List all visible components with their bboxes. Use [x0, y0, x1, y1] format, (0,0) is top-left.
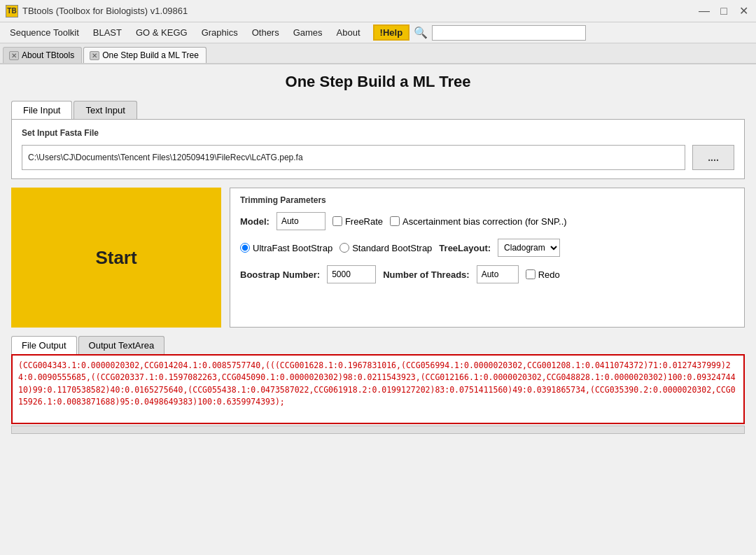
tab-close-ml[interactable]: ✕ — [90, 51, 99, 60]
menu-bar: Sequence Toolkit BLAST GO & KEGG Graphic… — [0, 22, 756, 43]
asc-group: Ascertainment bias correction (for SNP..… — [390, 216, 567, 227]
ultrafast-label: UltraFast BootStrap — [253, 243, 332, 253]
menu-others[interactable]: Others — [245, 24, 286, 41]
minimize-button[interactable]: — — [697, 4, 711, 18]
standard-group: Standard BootStrap — [340, 243, 432, 253]
tab-bar: ✕ About TBtools ✕ One Step Build a ML Tr… — [0, 43, 756, 64]
start-button-label: Start — [95, 247, 136, 269]
treelayout-label: TreeLayout: — [439, 243, 491, 253]
freerate-checkbox[interactable] — [332, 216, 342, 226]
menu-sequence-toolkit[interactable]: Sequence Toolkit — [3, 24, 86, 41]
file-input-row: .... — [22, 145, 734, 170]
treelayout-select[interactable]: Cladogram Phylogram — [498, 239, 560, 257]
file-input-title: Set Input Fasta File — [22, 128, 734, 138]
title-bar-left: TB TBtools (Toolbox for Biologists) v1.0… — [6, 5, 188, 17]
title-text: TBtools (Toolbox for Biologists) v1.0986… — [22, 6, 188, 16]
main-content: One Step Build a ML Tree File Input Text… — [0, 64, 756, 442]
file-path-input[interactable] — [22, 145, 685, 170]
model-input[interactable] — [276, 212, 326, 230]
asc-checkbox[interactable] — [390, 216, 400, 226]
tab-ml-tree[interactable]: ✕ One Step Build a ML Tree — [83, 47, 206, 63]
freerate-label: FreeRate — [345, 216, 383, 227]
close-button[interactable]: ✕ — [736, 4, 750, 18]
file-input-panel: Set Input Fasta File .... — [11, 119, 745, 179]
tab-about-tbtools[interactable]: ✕ About TBtools — [3, 47, 82, 63]
model-label: Model: — [240, 216, 270, 227]
menu-games[interactable]: Games — [286, 24, 330, 41]
standard-radio[interactable] — [340, 243, 349, 253]
param-row-numbers: Boostrap Number: Number of Threads: Redo — [240, 265, 734, 283]
asc-label: Ascertainment bias correction (for SNP..… — [402, 216, 567, 227]
redo-group: Redo — [526, 269, 560, 280]
standard-label: Standard BootStrap — [352, 243, 432, 253]
param-row-bootstrap: UltraFast BootStrap Standard BootStrap T… — [240, 239, 734, 257]
search-button[interactable]: 🔍 — [410, 24, 432, 41]
inner-tab-bar: File Input Text Input — [11, 101, 745, 119]
tab-close-about[interactable]: ✕ — [9, 51, 19, 60]
threads-input[interactable] — [477, 265, 519, 283]
app-icon: TB — [6, 5, 18, 17]
browse-button[interactable]: .... — [692, 145, 734, 170]
bootstrap-num-label: Boostrap Number: — [240, 269, 320, 280]
search-input[interactable] — [432, 25, 586, 41]
inner-tab-text-input[interactable]: Text Input — [74, 101, 136, 119]
output-tab-textarea[interactable]: Output TextArea — [78, 336, 165, 354]
output-area[interactable]: (CCG004343.1:0.0000020302,CCG014204.1:0.… — [11, 354, 745, 424]
threads-label: Number of Threads: — [383, 269, 470, 280]
bootstrap-num-input[interactable] — [327, 265, 376, 283]
menu-blast[interactable]: BLAST — [86, 24, 129, 41]
menu-go-kegg[interactable]: GO & KEGG — [129, 24, 195, 41]
redo-label: Redo — [538, 269, 560, 280]
freerate-group: FreeRate — [332, 216, 383, 227]
param-row-model: Model: FreeRate Ascertainment bias corre… — [240, 212, 734, 230]
title-bar: TB TBtools (Toolbox for Biologists) v1.0… — [0, 0, 756, 22]
start-button[interactable]: Start — [11, 188, 221, 328]
redo-checkbox[interactable] — [526, 269, 536, 279]
help-button[interactable]: !Help — [373, 24, 410, 41]
menu-about[interactable]: About — [330, 24, 368, 41]
tab-label-ml: One Step Build a ML Tree — [102, 50, 199, 60]
page-title: One Step Build a ML Tree — [11, 73, 745, 91]
ultrafast-group: UltraFast BootStrap — [240, 243, 332, 253]
inner-tab-file-input[interactable]: File Input — [11, 101, 72, 119]
trimming-params-panel: Trimming Parameters Model: FreeRate Asce… — [230, 188, 745, 328]
menu-graphics[interactable]: Graphics — [195, 24, 245, 41]
tab-label-about: About TBtools — [22, 50, 74, 60]
output-tab-file[interactable]: File Output — [11, 336, 77, 354]
output-text: (CCG004343.1:0.0000020302,CCG014204.1:0.… — [18, 360, 736, 407]
treelayout-select-wrap: Cladogram Phylogram — [498, 239, 560, 257]
middle-section: Start Trimming Parameters Model: FreeRat… — [11, 188, 745, 328]
scrollbar[interactable] — [11, 426, 745, 434]
maximize-button[interactable]: □ — [717, 4, 731, 18]
title-bar-controls: — □ ✕ — [697, 4, 750, 18]
ultrafast-radio[interactable] — [240, 243, 250, 253]
output-tab-bar: File Output Output TextArea — [11, 336, 745, 354]
trimming-params-title: Trimming Parameters — [240, 195, 734, 205]
